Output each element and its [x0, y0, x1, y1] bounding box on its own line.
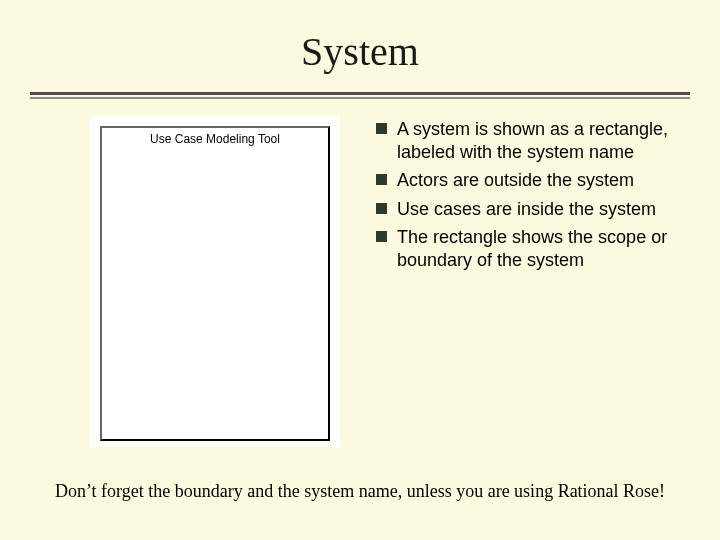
- bullet-text: The rectangle shows the scope or boundar…: [397, 226, 680, 271]
- footnote-text: Don’t forget the boundary and the system…: [0, 481, 720, 502]
- list-item: The rectangle shows the scope or boundar…: [376, 226, 680, 271]
- bullet-text: Use cases are inside the system: [397, 198, 656, 221]
- bullet-list: A system is shown as a rectangle, labele…: [376, 116, 680, 447]
- title-underline: [30, 92, 690, 99]
- square-bullet-icon: [376, 174, 387, 185]
- slide-title: System: [0, 0, 720, 75]
- content-area: Use Case Modeling Tool A system is shown…: [90, 116, 680, 447]
- diagram-container: Use Case Modeling Tool: [90, 116, 340, 447]
- bullet-text: A system is shown as a rectangle, labele…: [397, 118, 680, 163]
- list-item: A system is shown as a rectangle, labele…: [376, 118, 680, 163]
- system-rectangle-label: Use Case Modeling Tool: [102, 132, 328, 146]
- list-item: Use cases are inside the system: [376, 198, 680, 221]
- square-bullet-icon: [376, 231, 387, 242]
- square-bullet-icon: [376, 123, 387, 134]
- bullet-text: Actors are outside the system: [397, 169, 634, 192]
- list-item: Actors are outside the system: [376, 169, 680, 192]
- square-bullet-icon: [376, 203, 387, 214]
- system-rectangle: Use Case Modeling Tool: [100, 126, 330, 441]
